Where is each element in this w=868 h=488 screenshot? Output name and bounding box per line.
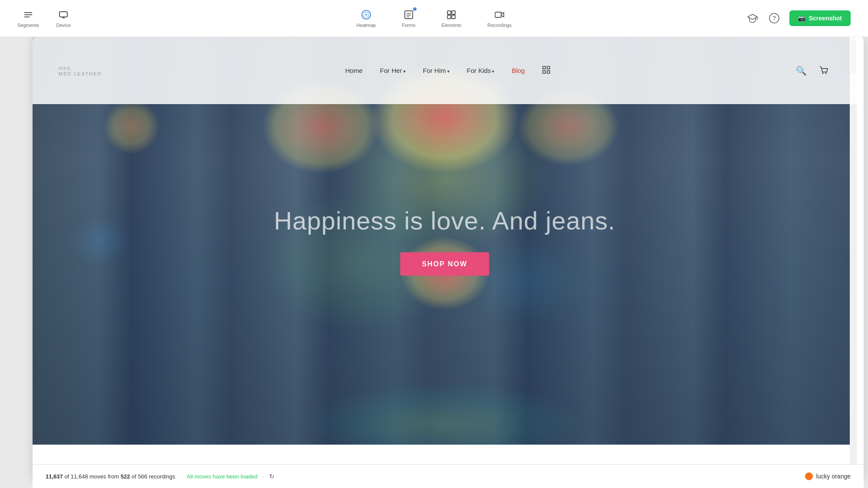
forms-label: Forms [402, 23, 415, 28]
lucky-orange-dot [805, 472, 813, 480]
svg-rect-13 [448, 11, 451, 14]
svg-rect-15 [448, 15, 451, 19]
heatmap-label: Heatmap [356, 23, 376, 28]
segments-tool[interactable]: Segments [17, 9, 39, 28]
device-tool[interactable]: Device [56, 9, 71, 28]
heatmap-icon [360, 9, 372, 21]
elements-label: Elements [442, 23, 462, 28]
forms-tool[interactable]: Forms [402, 9, 415, 28]
count-current: 11,637 [46, 473, 63, 480]
toolbar-left: Segments Device [17, 9, 71, 28]
refresh-icon[interactable]: ↻ [269, 473, 274, 480]
screenshot-icon: 📷 [798, 15, 805, 22]
elements-icon [446, 9, 458, 21]
of-label: of [64, 473, 69, 480]
lucky-orange-branding: lucky orange [805, 472, 851, 480]
stats-text: 11,637 of 11,648 moves from 522 of 566 r… [46, 473, 274, 480]
separator: · [180, 473, 182, 480]
lucky-orange-name: lucky orange [816, 473, 851, 480]
search-icon[interactable]: 🔍 [794, 64, 808, 78]
screenshot-label: Screenshot [809, 15, 842, 22]
site-logo: mbd. MBD LEATHER [59, 65, 102, 76]
toolbar-right: ? 📷 Screenshot [746, 10, 851, 26]
nav-for-him[interactable]: For Him [423, 67, 449, 74]
site-nav-right: 🔍 [794, 64, 831, 78]
nav-home[interactable]: Home [345, 67, 363, 74]
svg-rect-25 [543, 71, 545, 73]
nav-blog[interactable]: Blog [512, 67, 525, 74]
cart-icon[interactable] [817, 64, 831, 78]
recordings-label-text: recordings [149, 473, 175, 480]
recordings-current: 522 [121, 473, 130, 480]
nav-for-her[interactable]: For Her [380, 67, 406, 74]
svg-point-8 [365, 14, 367, 16]
hero-headline: Happiness is love. And jeans. [274, 206, 616, 235]
browser-frame: Happiness is love. And jeans. SHOP NOW m… [33, 37, 864, 479]
graduation-icon[interactable] [746, 12, 759, 25]
recordings-label: Recordings [488, 23, 512, 28]
svg-rect-23 [543, 66, 545, 69]
svg-rect-16 [452, 15, 455, 19]
recordings-tool[interactable]: Recordings [488, 9, 512, 28]
toolbar: Segments Device Heatmap [0, 0, 868, 37]
help-icon[interactable]: ? [768, 12, 781, 25]
toolbar-center: Heatmap Forms El [356, 9, 512, 28]
site-menu: Home For Her For Him For Kids Blog [345, 66, 551, 75]
svg-marker-18 [501, 13, 504, 17]
shop-now-button[interactable]: SHOP NOW [400, 252, 489, 276]
elements-tool[interactable]: Elements [442, 9, 462, 28]
site-logo-sub: MBD LEATHER [59, 72, 102, 76]
screenshot-button[interactable]: 📷 Screenshot [789, 10, 851, 26]
svg-point-28 [825, 72, 827, 74]
svg-rect-17 [495, 12, 501, 17]
svg-point-27 [822, 72, 824, 74]
recordings-icon [493, 9, 505, 21]
svg-rect-9 [405, 11, 413, 19]
svg-rect-14 [452, 11, 455, 14]
svg-rect-24 [547, 66, 550, 69]
segments-label: Segments [17, 23, 39, 28]
forms-icon [403, 9, 415, 21]
bottom-bar: 11,637 of 11,648 moves from 522 of 566 r… [33, 464, 864, 488]
count-total: 11,648 [71, 473, 88, 480]
recordings-total: 566 [138, 473, 148, 480]
loaded-status: All moves have been loaded [187, 473, 257, 480]
svg-rect-26 [547, 71, 550, 73]
svg-rect-3 [59, 12, 67, 17]
svg-text:?: ? [772, 15, 776, 22]
nav-extra-icon[interactable] [542, 66, 551, 75]
device-label: Device [56, 23, 71, 28]
device-icon [57, 9, 69, 21]
heatmap-tool[interactable]: Heatmap [356, 9, 376, 28]
separator2: · [263, 473, 264, 480]
segments-icon [22, 9, 34, 21]
recordings-of: of [132, 473, 138, 480]
nav-for-kids[interactable]: For Kids [467, 67, 495, 74]
hero-content: Happiness is love. And jeans. SHOP NOW [274, 206, 616, 276]
site-navigation: mbd. MBD LEATHER Home For Her For Him Fo… [33, 37, 857, 104]
site-area: Happiness is love. And jeans. SHOP NOW m… [33, 37, 857, 479]
